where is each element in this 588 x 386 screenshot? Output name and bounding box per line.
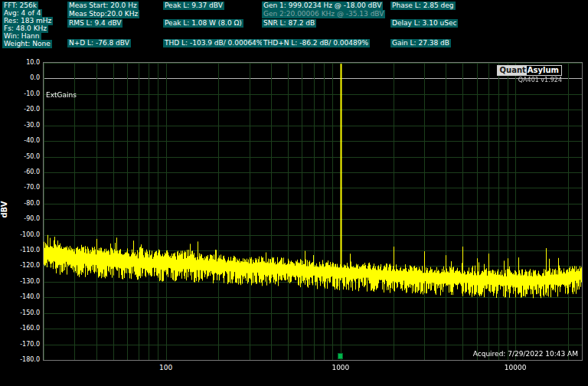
acquired-timestamp: Acquired: 7/29/2022 10:43 AM — [473, 350, 578, 358]
y-axis-tick: -60.0 — [6, 169, 40, 175]
header-column-measurement: Meas Start: 20.0 HzMeas Stop:20.0 KHzRMS… — [67, 0, 69, 55]
y-axis-tick: -170.0 — [6, 342, 40, 348]
measurement-readout-header: FFT: 256kAvg: 4 of 4Res: 183 mHzFs: 48.0… — [0, 0, 588, 61]
ext-gains-label: ExtGains — [46, 91, 77, 99]
y-axis-tick: -30.0 — [6, 123, 40, 129]
y-axis-tick: -10.0 — [6, 91, 40, 97]
readout-thdn-l[interactable]: THD+N L: -86.2 dB/ 0.00489% — [262, 39, 370, 47]
readout-gen1[interactable]: Gen 1: 999.0234 Hz @ -18.00 dBV — [262, 2, 383, 10]
readout-peak-l-w[interactable]: Peak L: 1.08 W (8.0 Ω) — [163, 19, 243, 28]
readout-delay-l[interactable]: Delay L: 3.10 uSec — [390, 19, 458, 28]
logo-quant-text: Quant — [498, 66, 527, 75]
readout-gen2[interactable]: Gen 2:20.00006 KHz @ -35.13 dBV — [262, 10, 385, 18]
y-axis-tick: -130.0 — [6, 279, 40, 285]
x-axis-tick: 10000 — [505, 364, 527, 371]
spectrum-canvas[interactable] — [44, 63, 582, 360]
y-axis-tick: 0.0 — [6, 75, 40, 81]
y-axis-tick: -150.0 — [6, 310, 40, 316]
header-column-generators: Gen 1: 999.0234 Hz @ -18.00 dBVGen 2:20.… — [262, 0, 263, 55]
y-axis-tick: -20.0 — [6, 106, 40, 113]
readout-meas-stop[interactable]: Meas Stop:20.0 KHz — [67, 10, 139, 18]
readout-rms-l[interactable]: RMS L: 9.4 dBV — [67, 19, 122, 28]
y-axis-tick: -180.0 — [6, 357, 40, 363]
y-axis-tick: -120.0 — [6, 263, 40, 269]
app-version-label: QA401 v1.924 — [518, 77, 562, 83]
y-axis-tick: -100.0 — [6, 232, 40, 238]
logo-asylum-text: Asylum — [527, 66, 561, 75]
header-column-peak-thd: Peak L: 9.37 dBVPeak L: 1.08 W (8.0 Ω)TH… — [163, 0, 165, 55]
readout-nd-l[interactable]: N+D L: -76.8 dBV — [67, 39, 131, 47]
y-axis-tick: -50.0 — [6, 154, 40, 160]
y-axis-tick: -70.0 — [6, 185, 40, 191]
readout-thd-l[interactable]: THD L: -103.9 dB/ 0.00064% — [163, 39, 264, 47]
quantasylum-logo: Quant Asylum — [497, 65, 562, 76]
y-axis-tick: -80.0 — [6, 201, 40, 207]
y-axis-tick: -90.0 — [6, 216, 40, 222]
x-axis-tick: 100 — [159, 364, 172, 371]
readout-snr-l[interactable]: SNR L: 87.2 dB — [262, 19, 316, 28]
y-axis-tick: -40.0 — [6, 138, 40, 144]
readout-peak-l-dbv[interactable]: Peak L: 9.37 dBV — [163, 2, 224, 10]
qa401-analyzer-window: FFT: 256kAvg: 4 of 4Res: 183 mHzFs: 48.0… — [0, 0, 588, 386]
readout-meas-start[interactable]: Meas Start: 20.0 Hz — [67, 2, 139, 10]
y-axis-tick: -140.0 — [6, 294, 40, 300]
y-axis-tick: 10.0 — [6, 60, 40, 66]
y-axis-tick: -160.0 — [6, 325, 40, 332]
y-axis-tick: -110.0 — [6, 247, 40, 254]
header-column-acquisition: FFT: 256kAvg: 4 of 4Res: 183 mHzFs: 48.0… — [2, 0, 4, 55]
generator-frequency-marker[interactable] — [338, 353, 343, 359]
header-column-phase-gain: Phase L: 2.85 degDelay L: 3.10 uSecGain … — [390, 0, 392, 55]
readout-phase-l[interactable]: Phase L: 2.85 deg — [390, 2, 456, 10]
readout-weight[interactable]: Weight: None — [2, 40, 52, 48]
x-axis-tick: 1000 — [332, 364, 349, 371]
readout-gain-l[interactable]: Gain L: 27.38 dB — [390, 39, 451, 47]
